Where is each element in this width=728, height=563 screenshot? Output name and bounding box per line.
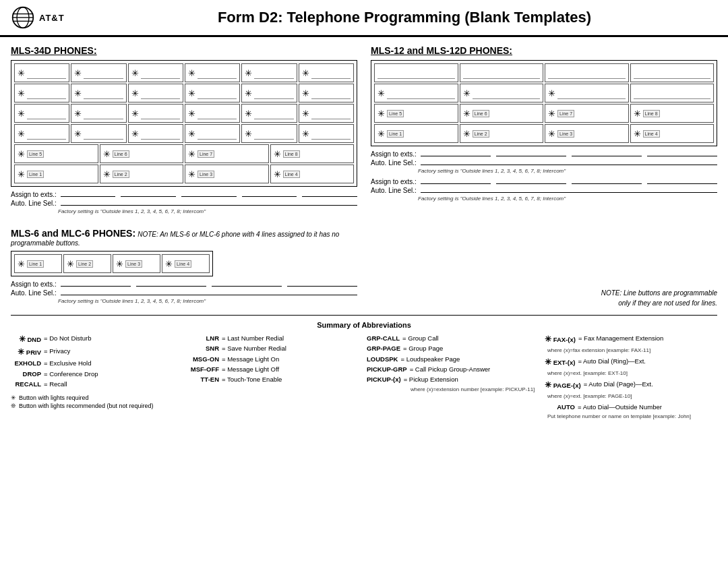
assign-line[interactable]: [421, 165, 717, 165]
assign-line[interactable]: [61, 286, 131, 287]
bottom-row: MLS-6 and MLC-6 PHONES: NOTE: An MLS-6 o…: [11, 228, 717, 308]
mls34d-row1: ✳ ✳ ✳ ✳ ✳ ✳: [14, 63, 354, 82]
star-icon: ✳: [74, 88, 82, 98]
mls34d-grid: ✳ ✳ ✳ ✳ ✳ ✳ ✳ ✳ ✳ ✳ ✳ ✳ ✳: [11, 60, 357, 187]
star-icon: ✳: [18, 347, 24, 357]
abbrev-val: = Touch-Tone Enable: [222, 376, 361, 384]
phone-button: ✳: [241, 84, 297, 102]
mls12d-assign1: Assign to exts.:: [371, 150, 717, 158]
star-icon: ✳: [74, 109, 82, 119]
star-icon: ✳: [463, 109, 471, 119]
star-icon: ✳: [545, 334, 551, 344]
phone-button-line4: ✳Line 4: [270, 165, 355, 183]
mls34d-row5: ✳Line 5 ✳Line 6 ✳Line 7 ✳Line 8: [14, 144, 354, 163]
star-icon: ✳: [131, 68, 139, 78]
phone-button: ✳: [71, 124, 126, 143]
phone-button: ✳: [460, 84, 544, 102]
assign-line[interactable]: [61, 295, 357, 295]
phone-button: ✳: [128, 63, 183, 82]
assign-line[interactable]: [212, 286, 282, 287]
abbrev-item-auto: AUTO = Auto Dial—Outside Number: [545, 403, 717, 411]
line-label: Line 6: [473, 110, 489, 117]
mls12d-row4: ✳Line 1 ✳Line 2 ✳Line 3 ✳Line 4: [374, 124, 714, 143]
star-icon: ✳: [67, 259, 74, 269]
assign-lines: [421, 156, 717, 156]
abbrev-footer-item1: ✳ Button with lights required: [11, 394, 183, 401]
assign-line[interactable]: [647, 156, 717, 156]
assign-lines: [421, 192, 717, 193]
phone-button-line6: ✳Line 6: [100, 144, 184, 163]
abbrev-item-pickupgrp: PICKUP-GRP = Call Pickup Group-Answer: [367, 365, 539, 374]
assign-label: Assign to exts.:: [371, 150, 417, 158]
assign-line[interactable]: [242, 196, 297, 197]
abbrev-footer-text: Button with lights required: [19, 394, 89, 401]
assign-line[interactable]: [572, 156, 642, 156]
mls12d-section: MLS-12 and MLS-12D PHONES: ✳ ✳ ✳: [371, 45, 717, 218]
phone-button: ✳: [299, 63, 354, 82]
abbrev-key: PICKUP-(x): [367, 376, 401, 384]
star-icon: ✳: [188, 149, 195, 159]
phone-button: ✳: [241, 63, 297, 82]
abbreviations-section: Summary of Abbreviations ✳ DND = Do Not …: [11, 315, 717, 421]
factory-note: Factory setting is "Outside lines 1, 2, …: [371, 168, 717, 174]
assign-line[interactable]: [421, 192, 717, 193]
phone-button-line8: ✳Line 8: [630, 104, 715, 123]
abbrev-item-extx: ✳ EXT-(x) = Auto Dial (Ring)—Ext.: [545, 357, 717, 368]
abbrev-item-exhold: EXHOLD = Exclusive Hold: [11, 359, 183, 367]
abbrev-val: = Auto Dial (Page)—Ext.: [584, 380, 717, 388]
assign-line[interactable]: [61, 205, 357, 206]
phone-button: ✳: [14, 124, 69, 143]
abbrev-col2: LNR = Last Number Redial SNR = Save Numb…: [189, 334, 361, 384]
abbrev-key: SNR: [189, 345, 219, 353]
right-note-text: NOTE: Line buttons are programmableonly …: [601, 289, 717, 307]
star-icon: ✳: [274, 169, 281, 179]
abbrev-val: = Fax Management Extension: [578, 334, 717, 343]
assign-line[interactable]: [421, 183, 491, 184]
abbrev-val: = Message Light Off: [222, 365, 361, 374]
abbrev-footer: ✳ Button with lights required ❊ Button w…: [11, 394, 183, 409]
assign-line[interactable]: [287, 286, 357, 287]
assign-line[interactable]: [121, 196, 176, 197]
abbrev-item-priv: ✳ PRIV = Privacy: [11, 347, 183, 358]
star-icon: ✳: [245, 88, 252, 98]
line-label: Line 8: [283, 150, 300, 158]
phone-button-line4: ✳Line 4: [162, 254, 210, 273]
line-label: Line 2: [113, 171, 129, 178]
abbrev-key: TT-EN: [189, 376, 219, 384]
assign-line[interactable]: [181, 196, 237, 197]
assign-line[interactable]: [421, 156, 491, 156]
right-note: NOTE: Line buttons are programmableonly …: [601, 288, 717, 308]
abbrev-val: = Call Pickup Group-Answer: [410, 365, 539, 374]
abbrev-item-loudspk: LOUDSPK = Loudspeaker Page: [367, 355, 539, 363]
mls12d-title: MLS-12 and MLS-12D PHONES:: [371, 45, 717, 56]
assign-label: Assign to exts.:: [11, 191, 57, 198]
assign-line[interactable]: [136, 286, 206, 287]
assign-line[interactable]: [496, 183, 566, 184]
phone-button: ✳: [299, 124, 354, 143]
abbrev-title: Summary of Abbreviations: [11, 321, 717, 329]
mls6-grid: ✳Line 1 ✳Line 2 ✳Line 3 ✳Line 4: [11, 251, 213, 276]
abbrev-item-pagex: ✳ PAGE-(x) = Auto Dial (Page)—Ext.: [545, 380, 717, 391]
mls12d-auto1: Auto. Line Sel.:: [371, 159, 717, 167]
assign-line[interactable]: [572, 183, 642, 184]
assign-line[interactable]: [302, 196, 357, 197]
star-icon: ✳: [103, 169, 111, 179]
line-label: Line 5: [387, 110, 404, 117]
star-icon: ✳: [74, 68, 82, 78]
star-icon: ✳: [545, 357, 551, 367]
assign-line[interactable]: [647, 183, 717, 184]
assign-label: Assign to exts.:: [371, 178, 417, 185]
auto-label: Auto. Line Sel.:: [371, 159, 417, 167]
line-label: Line 4: [175, 260, 191, 268]
abbrev-val: = Last Number Redial: [222, 334, 361, 343]
mls6-title: MLS-6 and MLC-6 PHONES:: [11, 228, 135, 239]
phone-button-line2: ✳Line 2: [100, 165, 184, 183]
abbrev-item-msfoff: MSF-OFF = Message Light Off: [189, 365, 361, 374]
assign-line[interactable]: [61, 196, 116, 197]
star-icon: ✳: [188, 129, 195, 139]
assign-line[interactable]: [496, 156, 566, 156]
star-icon: ✳: [274, 149, 281, 159]
star-icon: ✳: [377, 109, 385, 119]
mls34d-section: MLS-34D PHONES: ✳ ✳ ✳ ✳ ✳ ✳ ✳ ✳ ✳ ✳ ✳: [11, 45, 357, 218]
abbrev-val: = Save Number Redial: [222, 345, 361, 353]
